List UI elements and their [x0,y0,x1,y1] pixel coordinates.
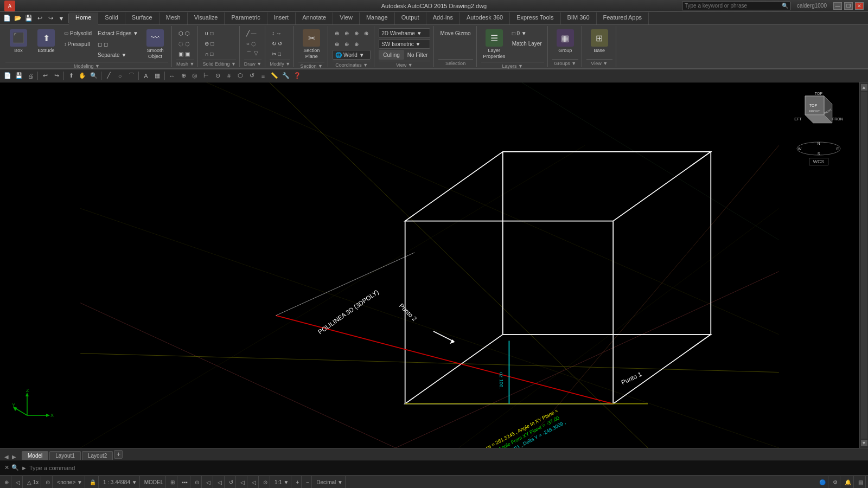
box-btn[interactable]: ⬛ Box [5,28,31,55]
coord-btn6[interactable]: ⊕ [342,39,351,49]
toolbar-osnap-btn[interactable]: ◎ [189,70,200,81]
section-plane-btn[interactable]: ✂ SectionPlane [298,28,324,61]
status-model-btn[interactable]: MODEL [142,476,167,489]
layout-scroll-right[interactable]: ▶ [11,454,17,460]
coord-btn5[interactable]: ⊕ [333,39,341,49]
view-style-dropdown[interactable]: 2D Wireframe ▼ [379,28,430,38]
search-input[interactable] [682,2,780,10]
status-workspace-btn[interactable]: ⊙ [261,476,270,489]
tab-autodesk360[interactable]: Autodesk 360 [460,12,510,24]
toolbar-snap-btn[interactable]: ⊕ [178,70,189,81]
mesh-btn1[interactable]: ⬡ ⬡ [176,28,192,38]
maximize-btn[interactable]: ❐ [844,2,853,10]
subtract-btn[interactable]: ⊖ □ [202,38,216,48]
group-btn[interactable]: ▦ Group [552,28,578,55]
toolbar-rotate3d-btn[interactable]: ↺ [246,70,257,81]
mesh-btn3[interactable]: ▣ ▣ [176,49,192,59]
status-minus-btn[interactable]: − [304,476,312,489]
union-btn[interactable]: ∪ □ [202,28,216,38]
toolbar-line-btn[interactable]: ╱ [103,70,114,81]
tab-home[interactable]: Home [69,12,98,25]
toolbar-grid-btn[interactable]: # [224,70,234,81]
toolbar-pan-btn[interactable]: ✋ [77,70,88,81]
toolbar-circle-btn[interactable]: ○ [114,70,125,81]
search-icon[interactable]: 🔍 [780,3,790,9]
separate-btn[interactable]: Separate ▼ [95,50,141,60]
world-dropdown[interactable]: 🌐 World ▼ [333,50,371,60]
status-angle-btn[interactable]: ◁ [204,476,213,489]
layer-properties-btn[interactable]: ☰ LayerProperties [481,28,507,61]
toolbar-redo2-btn[interactable]: ↪ [51,70,62,81]
status-scale-1to1[interactable]: 1:1 ▼ [272,476,292,489]
match-layer-btn[interactable]: Match Layer [510,38,544,48]
toolbar-ortho-btn[interactable]: ⊢ [201,70,212,81]
status-mirror-btn[interactable]: ◁ [238,476,247,489]
view-dir-dropdown[interactable]: SW Isometric ▼ [379,39,430,49]
intersect-btn[interactable]: ∩ □ [202,49,216,59]
status-isometric-btn[interactable]: ◁ [250,476,259,489]
toolbar-new-btn[interactable]: 📄 [2,70,13,81]
toolbar-help-btn[interactable]: ❓ [292,70,303,81]
viewcube[interactable]: TOP FRONT RIGHT TOP LEFT FRONT N W E S W… [794,91,843,150]
coord-btn4[interactable]: ⊕ [362,28,371,38]
tab-view[interactable]: View [333,12,360,24]
command-input[interactable] [29,465,864,471]
mesh-btn2[interactable]: ◌ ◌ [176,38,192,48]
tab-bim360[interactable]: BIM 360 [561,12,597,24]
toolbar-text-btn[interactable]: A [141,70,151,81]
layer-0-btn[interactable]: □ 0 ▼ [510,28,544,38]
minimize-btn[interactable]: — [833,2,842,10]
toolbar-save-btn[interactable]: 💾 [14,70,24,81]
status-angle2-btn[interactable]: ◁ [215,476,225,489]
close-btn[interactable]: ✕ [855,2,864,10]
toolbar-polar-btn[interactable]: ⊙ [212,70,223,81]
status-snap-grid-btn[interactable]: ▪▪▪ [180,476,190,489]
right-scroll-panel[interactable]: ▲ ▼ [859,82,868,448]
toolbar-align-btn[interactable]: ≡ [258,70,269,81]
tab-featuredapps[interactable]: Featured Apps [597,12,649,24]
status-rotate-btn[interactable]: ↺ [227,476,236,489]
arc-btn[interactable]: ⌒ ▽ [244,49,261,59]
coord-btn3[interactable]: ⊕ [352,28,361,38]
culling-btn[interactable]: Culling [379,50,404,60]
toolbar-zoom-btn[interactable]: 🔍 [88,70,99,81]
tab-visualize[interactable]: Visualize [188,12,225,24]
move-gizmo-btn[interactable]: Move Gizmo [438,28,473,38]
tab-expresstools[interactable]: Express Tools [510,12,560,24]
tab-manage[interactable]: Manage [360,12,395,24]
cmd-prompt-btn[interactable]: ► [21,465,27,471]
extrude-btn[interactable]: ⬆ Extrude [33,28,59,55]
toolbar-select-btn[interactable]: ⬆ [66,70,76,81]
cmd-search-btn[interactable]: 🔍 [11,464,19,471]
presspull-btn[interactable]: ↕Presspull [62,39,94,49]
status-orbit-btn[interactable]: ⊙ [43,476,53,489]
move-btn[interactable]: ↕ ↔ [270,28,284,38]
toolbar-dim-btn[interactable]: ↔ [167,70,177,81]
trim-btn[interactable]: ✂ □ [270,49,284,59]
tab-mesh[interactable]: Mesh [159,12,188,24]
toolbar-print-btn[interactable]: 🖨 [25,70,36,81]
circle-btn[interactable]: ○ ◌ [244,38,261,48]
base-btn[interactable]: ⊞ Base [586,28,612,55]
coord-btn7[interactable]: ⊕ [352,39,361,49]
toolbar-arc-btn[interactable]: ⌒ [126,70,137,81]
solid-history-btn[interactable]: ◻ ◻ [95,39,141,49]
layout1-tab[interactable]: Layout1 [49,451,81,460]
extract-edges-btn[interactable]: Extract Edges ▼ [95,28,141,38]
status-grid-btn[interactable]: ⊞ [168,476,177,489]
status-lock-icon[interactable]: 🔒 [87,476,99,489]
status-polar-btn[interactable]: ◁ [14,476,23,489]
open-btn[interactable]: 📂 [13,14,23,23]
tab-annotate[interactable]: Annotate [296,12,333,24]
tab-parametric[interactable]: Parametric [225,12,267,24]
tab-solid[interactable]: Solid [98,12,125,24]
toolbar-undo2-btn[interactable]: ↩ [40,70,50,81]
smooth-object-btn[interactable]: 〰 Smooth Object [142,28,168,61]
toolbar-measure-btn[interactable]: 📏 [269,70,280,81]
layout-scroll-left[interactable]: ◀ [3,454,10,460]
toolbar-3d-btn[interactable]: ⬡ [235,70,246,81]
status-expand-btn[interactable]: ▤ [856,476,866,489]
status-ucs-btn[interactable]: ⊙ [193,476,202,489]
add-layout-btn[interactable]: + [114,450,123,459]
coord-btn1[interactable]: ⊕ [333,28,341,38]
